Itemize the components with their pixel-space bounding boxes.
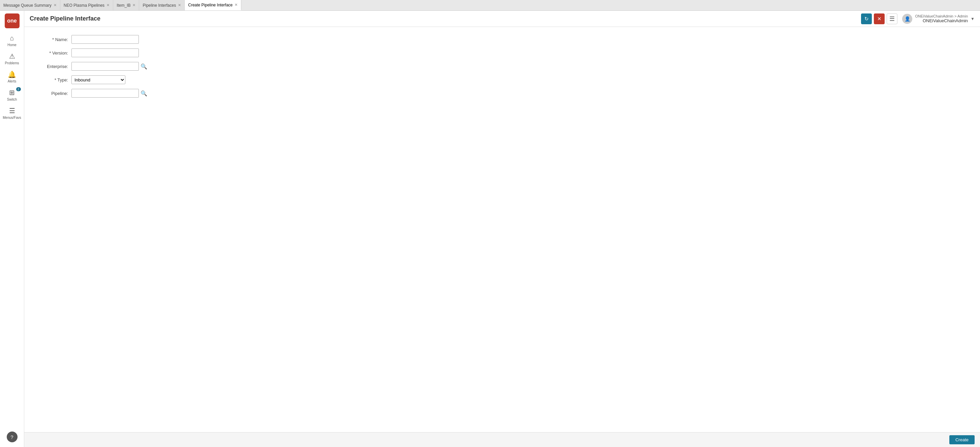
sidebar-item-problems[interactable]: ⚠Problems xyxy=(2,50,23,67)
sidebar-item-label: Home xyxy=(7,43,16,47)
user-display-name: ONEiValueChainAdmin xyxy=(923,18,968,23)
enterprise-input[interactable] xyxy=(72,62,139,71)
sidebar-item-label: Alerts xyxy=(8,79,16,83)
pipeline-search-button[interactable]: 🔍 xyxy=(140,89,148,98)
pipeline-input[interactable] xyxy=(72,89,139,98)
tab-bar: Message Queue Summary✕NEO Plasma Pipelin… xyxy=(0,0,980,11)
type-row: * Type: Inbound Outbound xyxy=(31,75,973,84)
tab-label: Create Pipeline Interface xyxy=(188,3,232,7)
enterprise-label: Enterprise: xyxy=(31,64,72,69)
tab-tab-neo[interactable]: NEO Plasma Pipelines✕ xyxy=(60,0,113,10)
user-section[interactable]: 👤 ONEiValueChainAdmin > Admin ONEiValueC… xyxy=(902,14,975,24)
alerts-icon: 🔔 xyxy=(8,70,16,78)
user-dropdown-icon[interactable]: ▼ xyxy=(970,16,975,21)
sidebar-item-label: Switch xyxy=(7,98,17,101)
avatar: 👤 xyxy=(902,14,912,24)
type-label: * Type: xyxy=(31,78,72,82)
sidebar-item-label: Problems xyxy=(5,61,19,65)
app-logo[interactable]: one xyxy=(5,13,19,28)
sidebar-item-switch[interactable]: ⊞Switch2 xyxy=(2,87,23,103)
tab-tab-pi[interactable]: Pipeline Interfaces✕ xyxy=(139,0,185,10)
sidebar-item-label: Menus/Favs xyxy=(3,116,21,119)
main-layout: one ⌂Home⚠Problems🔔Alerts⊞Switch2☰Menus/… xyxy=(0,11,980,447)
enterprise-row: Enterprise: 🔍 xyxy=(31,62,973,71)
footer: Create xyxy=(24,432,980,447)
pipeline-label: Pipeline: xyxy=(31,91,72,96)
tab-label: Message Queue Summary xyxy=(3,3,52,8)
sidebar-item-alerts[interactable]: 🔔Alerts xyxy=(2,68,23,85)
close-button[interactable]: ✕ xyxy=(874,13,885,24)
create-button[interactable]: Create xyxy=(949,435,975,444)
form-area: * Name: * Version: Enterprise: 🔍 * Type:… xyxy=(24,27,980,432)
sidebar-item-menus-favs[interactable]: ☰Menus/Favs xyxy=(2,105,23,122)
tab-label: Item_IB xyxy=(116,3,130,8)
name-input[interactable] xyxy=(72,35,139,44)
pipeline-row: Pipeline: 🔍 xyxy=(31,89,973,98)
tab-tab-cpi[interactable]: Create Pipeline Interface✕ xyxy=(185,0,241,10)
name-row: * Name: xyxy=(31,35,973,44)
version-label: * Version: xyxy=(31,51,72,55)
version-row: * Version: xyxy=(31,49,973,57)
name-label: * Name: xyxy=(31,37,72,42)
tab-close-icon[interactable]: ✕ xyxy=(132,3,135,7)
tab-tab-item[interactable]: Item_IB✕ xyxy=(113,0,139,10)
type-select[interactable]: Inbound Outbound xyxy=(72,75,126,84)
tab-close-icon[interactable]: ✕ xyxy=(235,3,238,7)
menu-button[interactable]: ☰ xyxy=(887,13,897,24)
sidebar-item-home[interactable]: ⌂Home xyxy=(2,32,23,49)
version-input[interactable] xyxy=(72,49,139,57)
tab-label: Pipeline Interfaces xyxy=(143,3,176,8)
help-icon: ? xyxy=(7,431,18,442)
content-area: Create Pipeline Interface ↻ ✕ ☰ 👤 ONEiVa… xyxy=(24,11,980,447)
switch-icon: ⊞ xyxy=(9,89,15,97)
tab-close-icon[interactable]: ✕ xyxy=(178,3,181,7)
sidebar-item-help[interactable]: ? xyxy=(2,430,23,444)
home-icon: ⌂ xyxy=(10,34,14,42)
toolbar: ↻ ✕ ☰ 👤 ONEiValueChainAdmin > Admin ONEi… xyxy=(861,13,975,24)
refresh-button[interactable]: ↻ xyxy=(861,13,872,24)
username-top: ONEiValueChainAdmin > Admin xyxy=(915,14,968,18)
problems-icon: ⚠ xyxy=(9,52,15,60)
sidebar: one ⌂Home⚠Problems🔔Alerts⊞Switch2☰Menus/… xyxy=(0,11,24,447)
menus-favs-icon: ☰ xyxy=(9,107,15,115)
enterprise-search-button[interactable]: 🔍 xyxy=(140,62,148,71)
top-bar: Create Pipeline Interface ↻ ✕ ☰ 👤 ONEiVa… xyxy=(24,11,980,27)
tab-close-icon[interactable]: ✕ xyxy=(107,3,110,7)
sidebar-badge: 2 xyxy=(16,87,21,91)
page-title: Create Pipeline Interface xyxy=(30,15,861,22)
tab-label: NEO Plasma Pipelines xyxy=(64,3,105,8)
tab-close-icon[interactable]: ✕ xyxy=(54,3,57,7)
tab-tab-mqs[interactable]: Message Queue Summary✕ xyxy=(0,0,60,10)
